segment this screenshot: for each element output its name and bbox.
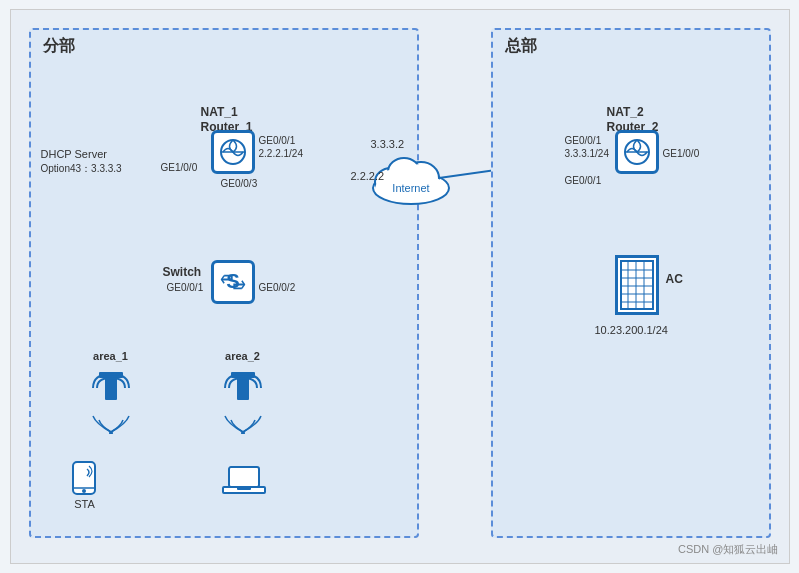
- ac-label: AC: [666, 272, 683, 286]
- svg-point-38: [82, 489, 86, 493]
- svg-rect-41: [237, 487, 251, 490]
- svg-text:Internet: Internet: [392, 182, 429, 194]
- r2-ge002-label: GE0/0/1: [565, 175, 602, 186]
- ac-icon: [615, 255, 659, 315]
- dhcp-label: DHCP Server: [41, 148, 107, 160]
- ip-3332-label: 3.3.3.2: [371, 138, 405, 150]
- switch-icon: S: [211, 260, 255, 304]
- r1-ge001-label: GE0/0/1: [259, 135, 296, 146]
- r2-ge331-label: 3.3.3.1/24: [565, 148, 609, 159]
- r2-ge100-label: GE1/0/0: [663, 148, 700, 159]
- watermark: CSDN @知狐云出岫: [678, 542, 778, 557]
- sw-ge002-label: GE0/0/2: [259, 282, 296, 293]
- router2-icon: [615, 130, 659, 174]
- laptop-icon: [221, 465, 267, 495]
- laptop-container: [221, 465, 267, 495]
- branch-label: 分部: [43, 36, 75, 57]
- ip-222-label: 2.2.2.2: [351, 170, 385, 182]
- router1-top-label: NAT_1: [201, 105, 238, 119]
- r2-ge001-label: GE0/0/1: [565, 135, 602, 146]
- sta-label: STA: [74, 498, 95, 510]
- sw-ge001-label: GE0/0/1: [167, 282, 204, 293]
- ap1-icon: area_1: [89, 350, 133, 434]
- ap2-label: area_2: [225, 350, 260, 362]
- svg-rect-33: [237, 376, 249, 400]
- r1-ge003-label: GE0/0/3: [221, 178, 258, 189]
- r1-ge100-label: GE1/0/0: [161, 162, 198, 173]
- router1-icon: [211, 130, 255, 174]
- svg-rect-39: [229, 467, 259, 487]
- hq-label: 总部: [505, 36, 537, 57]
- svg-point-15: [390, 160, 418, 184]
- ap2-icon: area_2: [221, 350, 265, 434]
- switch-label: Switch: [163, 265, 202, 279]
- svg-rect-30: [105, 376, 117, 400]
- option43-label: Option43：3.3.3.3: [41, 162, 122, 176]
- diagram-wrapper: 分部 总部 DHCP Server Option43：3.3.3.3 NAT_1…: [10, 9, 790, 564]
- sta-container: STA: [71, 460, 99, 510]
- ac-ip-label: 10.23.200.1/24: [595, 324, 668, 336]
- r1-ge221-label: 2.2.2.1/24: [259, 148, 303, 159]
- router2-top-label: NAT_2: [607, 105, 644, 119]
- ap1-label: area_1: [93, 350, 128, 362]
- sta-icon: [71, 460, 99, 496]
